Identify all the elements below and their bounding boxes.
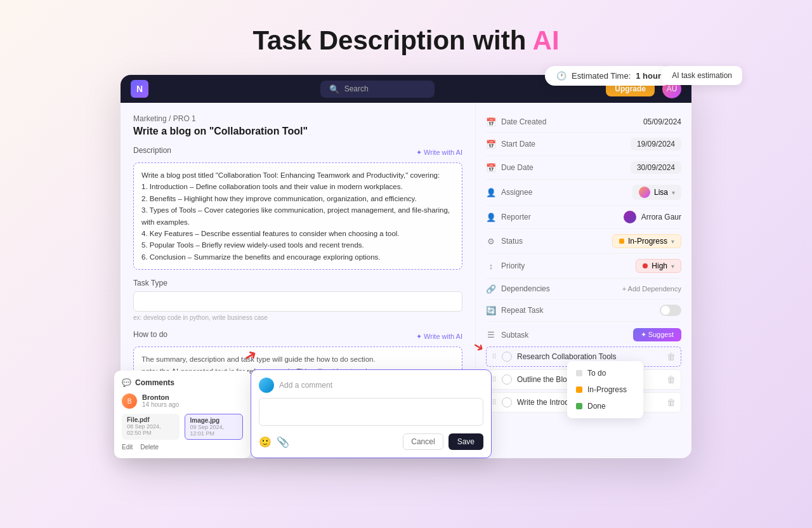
start-date-row: 📅 Start Date 19/09/2024: [486, 133, 681, 156]
assignee-avatar: [639, 187, 650, 198]
task-title: Write a blog on "Collaboration Tool": [133, 126, 462, 137]
reporter-row: 👤 Reporter Arrora Gaur: [486, 206, 681, 229]
clock-icon: 🕐: [556, 71, 566, 81]
drag-handle-2: ⠿: [492, 376, 497, 384]
comment-avatar: B: [122, 393, 137, 409]
assignee-row: 👤 Assignee Lisa ▾: [486, 180, 681, 206]
repeat-icon: 🔄: [486, 305, 496, 315]
due-date-row: 📅 Due Date 30/09/2024: [486, 156, 681, 180]
description-content[interactable]: Write a blog post titled "Collaboration …: [133, 162, 462, 270]
content-area: Marketing / PRO 1 Write a blog on "Colla…: [121, 103, 691, 458]
subtask-section: ☰ Subtask ✦ Suggest ⠿ Research Collabora…: [486, 328, 681, 354]
reporter-icon: 👤: [486, 212, 496, 222]
cancel-comment-button[interactable]: Cancel: [403, 433, 443, 450]
calendar-icon-due: 📅: [486, 162, 496, 173]
status-row: ⚙ Status In-Progress ▾ To do: [486, 229, 681, 254]
subtask-check-2[interactable]: [502, 374, 512, 385]
add-comment-box: Add a comment 🙂 📎 Cancel Save: [251, 369, 492, 458]
repeat-task-toggle[interactable]: [660, 305, 681, 316]
subtask-delete-2[interactable]: 🗑: [667, 374, 676, 385]
assignee-badge[interactable]: Lisa ▾: [632, 185, 681, 200]
repeat-task-row: 🔄 Repeat Task: [486, 300, 681, 322]
left-panel: Marketing / PRO 1 Write a blog on "Colla…: [121, 103, 476, 458]
todo-dot: [576, 370, 582, 376]
how-to-do-label: How to do: [133, 330, 167, 339]
comments-header: 💬 Comments: [122, 378, 243, 387]
reporter-info: Arrora Gaur: [624, 211, 681, 223]
arrow-indicator-2: ➜: [473, 339, 681, 354]
add-comment-header: Add a comment: [259, 378, 483, 393]
dependencies-row: 🔗 Dependencies + Add Dependency: [486, 279, 681, 300]
status-badge[interactable]: In-Progress ▾: [612, 234, 681, 248]
subtask-check-3[interactable]: [502, 397, 512, 407]
comment-file-image[interactable]: Image.jpg 09 Sep 2024, 12:01 PM: [185, 414, 244, 440]
status-dot: [619, 239, 624, 244]
comments-popup: 💬 Comments B Bronton 14 hours ago File.p…: [114, 371, 251, 458]
inprog-dot: [576, 386, 582, 393]
comment-meta: Bronton 14 hours ago: [142, 393, 179, 409]
priority-row: ↕ Priority High ▾: [486, 254, 681, 279]
add-comment-bottom: 🙂 📎 Cancel Save: [259, 433, 483, 450]
search-bar[interactable]: 🔍 Search: [320, 81, 435, 98]
add-comment-label: Add a comment: [279, 381, 332, 390]
attachment-icon[interactable]: 📎: [277, 436, 289, 448]
reporter-avatar: [624, 211, 636, 223]
status-option-inprogress[interactable]: In-Progress: [571, 381, 639, 398]
page-title: Task Description with AI: [252, 25, 559, 56]
dependencies-icon: 🔗: [486, 284, 496, 294]
write-ai-howto-button[interactable]: ✦ Write with AI: [416, 333, 462, 341]
search-icon: 🔍: [329, 84, 339, 94]
breadcrumb: Marketing / PRO 1: [133, 114, 462, 123]
estimated-time-badge: 🕐 Estimated Time: 1 hour: [545, 66, 672, 86]
comment-file-pdf[interactable]: File.pdf 08 Sep 2024, 02:50 PM: [122, 414, 180, 440]
write-ai-description-button[interactable]: ✦ Write with AI: [416, 148, 462, 157]
status-option-done[interactable]: Done: [571, 398, 639, 414]
comment-item: B Bronton 14 hours ago: [122, 393, 243, 409]
priority-icon: ↕: [486, 261, 496, 271]
app-window: 🕐 Estimated Time: 1 hour AI task estimat…: [121, 75, 691, 458]
comment-files: File.pdf 08 Sep 2024, 02:50 PM Image.jpg…: [122, 414, 243, 440]
status-dropdown: To do In-Progress Done: [567, 361, 643, 418]
status-option-todo[interactable]: To do: [571, 365, 639, 381]
date-created-value: 05/09/2024: [643, 117, 681, 126]
assignee-icon: 👤: [486, 187, 496, 197]
add-comment-input[interactable]: [259, 398, 483, 426]
how-to-do-header: How to do ✦ Write with AI: [133, 330, 462, 343]
priority-chevron: ▾: [671, 263, 674, 270]
status-icon: ⚙: [486, 236, 496, 246]
task-type-hint: ex: develop code in python, write busine…: [133, 314, 462, 321]
comment-delete-button[interactable]: Delete: [140, 444, 159, 451]
app-logo: N: [131, 80, 148, 98]
save-comment-button[interactable]: Save: [449, 433, 483, 450]
add-comment-icons: 🙂 📎: [259, 436, 289, 448]
drag-handle-3: ⠿: [492, 399, 497, 407]
done-dot: [576, 403, 582, 409]
start-date-value[interactable]: 19/09/2024: [631, 138, 681, 150]
calendar-icon-start: 📅: [486, 139, 496, 149]
add-dependency-button[interactable]: + Add Dependency: [622, 285, 681, 293]
priority-badge[interactable]: High ▾: [636, 259, 681, 273]
comment-actions: Edit Delete: [122, 444, 243, 451]
right-panel: 📅 Date Created 05/09/2024 📅 Start Date 1…: [476, 103, 691, 458]
task-type-input[interactable]: [133, 291, 462, 312]
status-chevron: ▾: [671, 238, 674, 245]
description-label: Description: [133, 146, 171, 155]
due-date-value[interactable]: 30/09/2024: [631, 161, 681, 174]
comment-edit-button[interactable]: Edit: [122, 444, 133, 451]
add-comment-avatar: [259, 378, 274, 393]
assignee-chevron: ▾: [672, 189, 675, 196]
calendar-icon-created: 📅: [486, 117, 496, 127]
priority-dot: [643, 263, 648, 268]
emoji-icon[interactable]: 🙂: [259, 436, 272, 448]
comments-icon: 💬: [122, 378, 131, 387]
description-header: Description ✦ Write with AI: [133, 146, 462, 159]
ai-estimation-badge: AI task estimation: [662, 66, 742, 85]
date-created-row: 📅 Date Created 05/09/2024: [486, 112, 681, 133]
task-type-label: Task Type: [133, 279, 462, 287]
add-comment-buttons: Cancel Save: [403, 433, 483, 450]
subtask-delete-3[interactable]: 🗑: [667, 397, 676, 407]
